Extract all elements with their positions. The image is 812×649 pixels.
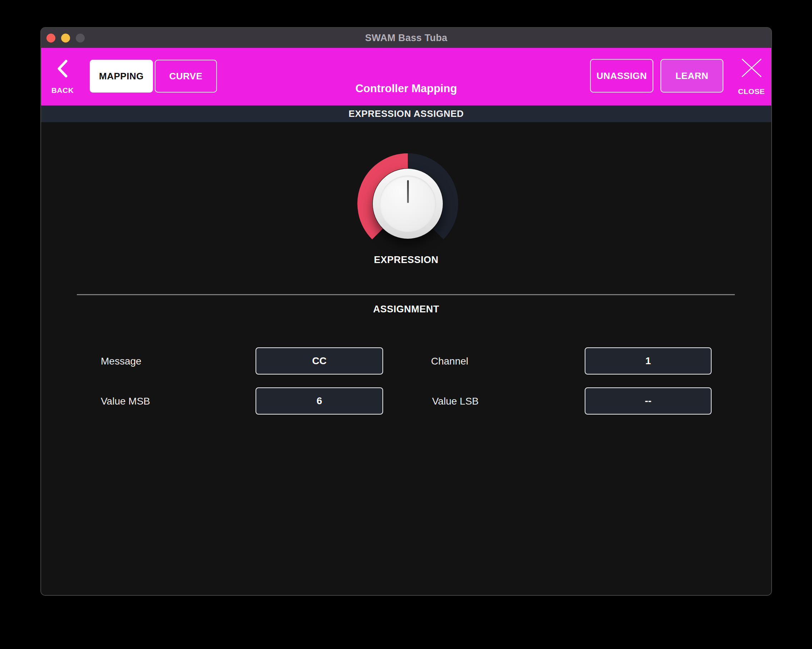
window-minimize-button[interactable] [61,34,70,43]
message-field-label: Message [101,356,142,367]
close-x-icon [740,58,763,78]
expression-knob[interactable] [354,150,461,257]
app-window: SWAM Bass Tuba BACK MAPPING CURVE Contro… [40,27,772,596]
assignment-section-title: ASSIGNMENT [41,304,771,315]
assignment-status-text: EXPRESSION ASSIGNED [348,108,464,119]
tab-curve-label: CURVE [169,71,202,82]
window-close-button[interactable] [46,34,55,43]
chevron-left-icon [56,59,69,78]
learn-button[interactable]: LEARN [661,59,723,93]
window-title: SWAM Bass Tuba [365,32,447,44]
learn-button-label: LEARN [676,70,708,81]
traffic-lights [46,34,85,43]
value-lsb-field[interactable]: -- [585,387,711,415]
value-lsb-field-label: Value LSB [432,396,479,407]
value-msb-field[interactable]: 6 [255,387,383,415]
knob-label: EXPRESSION [41,255,771,266]
unassign-button[interactable]: UNASSIGN [590,59,653,93]
unassign-button-label: UNASSIGN [597,70,647,81]
close-button-label: CLOSE [738,87,765,96]
channel-field-value: 1 [646,355,651,366]
knob-pointer [407,180,409,203]
value-lsb-field-value: -- [645,395,652,407]
close-button[interactable]: CLOSE [734,48,768,105]
mapping-content: EXPRESSION ASSIGNMENT Message CC Channel… [41,122,771,596]
channel-field-label: Channel [431,356,468,367]
window-titlebar: SWAM Bass Tuba [41,28,771,48]
message-field[interactable]: CC [255,347,383,374]
tab-mapping-label: MAPPING [99,71,143,82]
assignment-status-bar: EXPRESSION ASSIGNED [41,105,771,122]
value-msb-field-value: 6 [317,395,322,407]
controller-mapping-header: BACK MAPPING CURVE Controller Mapping UN… [41,48,771,105]
value-msb-field-label: Value MSB [101,396,150,407]
window-zoom-button [76,34,85,43]
message-field-value: CC [312,355,326,366]
channel-field[interactable]: 1 [585,347,711,374]
section-divider [77,294,735,295]
back-button[interactable]: BACK [45,48,81,105]
